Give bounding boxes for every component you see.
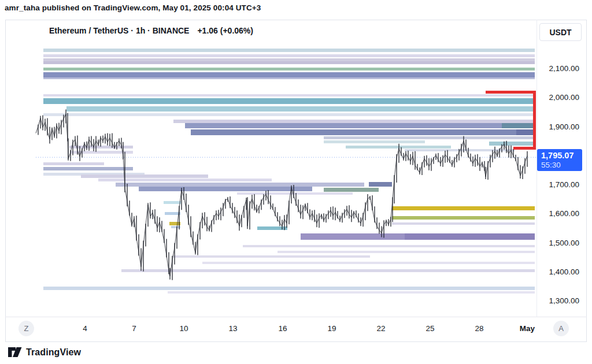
symbol-title[interactable]: Ethereum / TetherUS · 1h · BINANCE — [49, 26, 189, 35]
price-tick-1300: 1,300.00 — [536, 296, 579, 305]
footer: TradingView — [8, 346, 81, 358]
page: amr_taha published on TradingView.com, M… — [0, 0, 592, 364]
currency-toggle-button[interactable]: USDT — [539, 23, 582, 41]
time-tick-13: 13 — [220, 324, 246, 333]
auto-scale-button[interactable]: A — [553, 321, 569, 336]
time-tick-22: 22 — [368, 324, 394, 333]
chart-legend: Ethereum / TetherUS · 1h · BINANCE+1.06 … — [49, 26, 253, 35]
bar-countdown: 55:30 — [541, 161, 582, 170]
time-tick-16: 16 — [270, 324, 295, 333]
timezone-button[interactable]: Z — [18, 321, 34, 336]
tradingview-logo-text[interactable]: TradingView — [26, 347, 81, 358]
price-change-text: +1.06 (+0.06%) — [197, 26, 253, 35]
last-price-value: 1,795.07 — [541, 150, 582, 161]
price-tick-1700: 1,700.00 — [536, 180, 579, 189]
price-tick-1500: 1,500.00 — [536, 239, 579, 247]
plot-area — [36, 49, 536, 294]
price-tick-2000: 2,000.00 — [536, 93, 579, 102]
price-chart-canvas[interactable] — [0, 0, 592, 364]
time-tick-28: 28 — [467, 324, 492, 333]
time-tick-7: 7 — [121, 324, 147, 333]
time-axis[interactable]: Z A 4710131619222528May — [5, 317, 587, 341]
price-tick-2100: 2,100.00 — [536, 64, 579, 73]
time-tick-4: 4 — [72, 324, 98, 333]
last-price-label: 1,795.07 55:30 — [537, 149, 582, 171]
volume-profile-bands — [43, 49, 535, 294]
price-tick-1900: 1,900.00 — [536, 122, 579, 131]
time-tick-may: May — [515, 324, 540, 333]
price-tick-1600: 1,600.00 — [536, 209, 579, 218]
time-tick-19: 19 — [319, 324, 345, 333]
price-tick-1400: 1,400.00 — [536, 268, 579, 276]
tradingview-logo-icon[interactable] — [8, 346, 22, 358]
time-tick-25: 25 — [417, 324, 443, 333]
time-tick-10: 10 — [171, 324, 197, 333]
